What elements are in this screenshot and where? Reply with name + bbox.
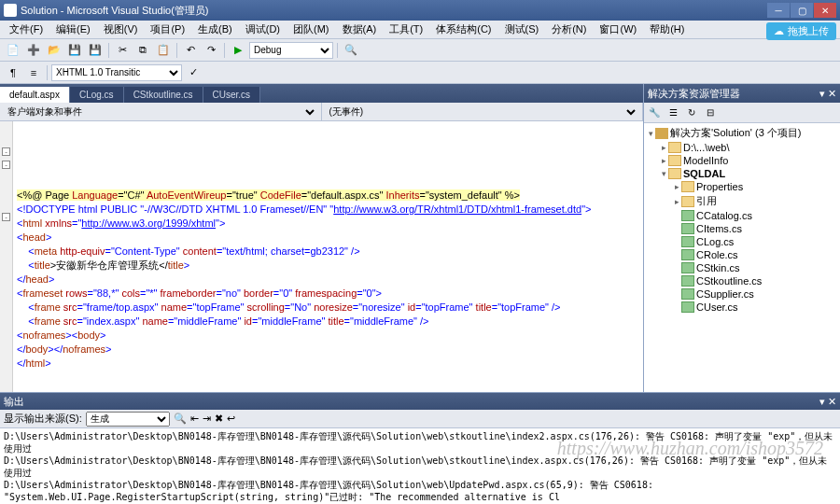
output-menu-icon[interactable]: ▾ ✕ (819, 396, 836, 408)
tree-node[interactable]: CStkoutline.cs (646, 274, 838, 287)
menu-item[interactable]: 团队(M) (287, 21, 335, 38)
solution-explorer-header: 解决方案资源管理器 ▾ ✕ (644, 84, 840, 103)
find-icon[interactable]: 🔍 (342, 41, 360, 60)
menu-item[interactable]: 调试(D) (240, 21, 286, 38)
code-editor[interactable]: - - - <%@ Page Language="C#" AutoEventWi… (0, 121, 643, 392)
new-project-icon[interactable]: 📄 (4, 41, 22, 60)
menu-item[interactable]: 体系结构(C) (430, 21, 497, 38)
tree-node[interactable]: CItems.cs (646, 222, 838, 235)
folder-icon (681, 196, 694, 207)
menu-item[interactable]: 数据(A) (337, 21, 383, 38)
csharp-file-icon (681, 301, 694, 313)
cloud-icon: ☁ (774, 25, 784, 37)
comment-icon[interactable]: ≡ (24, 63, 43, 82)
fold-icon[interactable]: - (2, 213, 10, 221)
tree-label: 引用 (696, 194, 717, 208)
menu-item[interactable]: 窗口(W) (594, 21, 642, 38)
menu-item[interactable]: 测试(S) (499, 21, 545, 38)
prev-icon[interactable]: ⇤ (190, 413, 199, 425)
toolbar-html: ¶ ≡ XHTML 1.0 Transitic ✓ (0, 62, 840, 84)
tree-node[interactable]: ▸Properties (646, 180, 838, 193)
menu-item[interactable]: 工具(T) (384, 21, 428, 38)
menu-item[interactable]: 生成(B) (192, 21, 238, 38)
menu-item[interactable]: 编辑(E) (50, 21, 96, 38)
save-all-icon[interactable]: 💾 (86, 41, 105, 60)
menu-item[interactable]: 分析(N) (546, 21, 592, 38)
tree-node[interactable]: ▸引用 (646, 193, 838, 209)
solution-root[interactable]: ▾ 解决方案'Solution' (3 个项目) (646, 125, 838, 141)
close-button[interactable]: ✕ (814, 3, 836, 18)
config-select[interactable]: Debug (249, 42, 333, 59)
folder-icon (681, 181, 694, 192)
minimize-button[interactable]: ─ (767, 3, 790, 18)
menu-item[interactable]: 文件(F) (4, 21, 49, 38)
csharp-file-icon (681, 236, 694, 247)
toolbar-main: 📄 ➕ 📂 💾 💾 ✂ ⧉ 📋 ↶ ↷ ▶ Debug 🔍 (0, 39, 840, 62)
next-icon[interactable]: ⇥ (203, 413, 211, 425)
output-text[interactable]: D:\Users\Administrator\Desktop\BN0148-库存… (0, 428, 840, 504)
open-icon[interactable]: 📂 (45, 41, 63, 60)
document-tabs: default.aspxCLog.csCStkoutline.csCUser.c… (0, 84, 643, 103)
validate-icon[interactable]: ✓ (184, 63, 203, 82)
upload-button[interactable]: ☁ 拖拽上传 (766, 22, 836, 40)
document-tab[interactable]: CLog.cs (70, 87, 124, 103)
menu-item[interactable]: 项目(P) (145, 21, 190, 38)
csharp-file-icon (681, 275, 694, 287)
csharp-file-icon (681, 262, 694, 273)
save-icon[interactable]: 💾 (65, 41, 84, 60)
tree-node[interactable]: CLog.cs (646, 235, 838, 248)
solution-root-label: 解决方案'Solution' (3 个项目) (670, 126, 802, 140)
tree-label: CCatalog.cs (696, 210, 752, 221)
document-tab[interactable]: default.aspx (0, 87, 70, 103)
csharp-file-icon (681, 223, 694, 234)
menu-item[interactable]: 视图(V) (98, 21, 144, 38)
refresh-icon[interactable]: ↻ (683, 105, 700, 121)
tree-node[interactable]: CUser.cs (646, 301, 838, 314)
document-tab[interactable]: CStkoutline.cs (124, 87, 203, 103)
object-select[interactable]: 客户端对象和事件 (4, 104, 317, 120)
menubar: 文件(F)编辑(E)视图(V)项目(P)生成(B)调试(D)团队(M)数据(A)… (0, 21, 840, 39)
folder-icon (668, 142, 681, 153)
tree-label: D:\...\web\ (683, 142, 730, 153)
tree-node[interactable]: CCatalog.cs (646, 209, 838, 222)
solution-toolbar: 🔧 ☰ ↻ ⊟ (644, 103, 840, 123)
add-item-icon[interactable]: ➕ (24, 41, 43, 60)
document-tab[interactable]: CUser.cs (203, 87, 261, 103)
panel-menu-icon[interactable]: ▾ ✕ (819, 88, 836, 100)
separator (224, 43, 225, 58)
show-all-icon[interactable]: ☰ (665, 105, 681, 121)
separator (47, 65, 48, 80)
properties-icon[interactable]: 🔧 (646, 105, 663, 121)
output-source-select[interactable]: 生成 (86, 412, 170, 427)
copy-icon[interactable]: ⧉ (133, 41, 152, 60)
tree-node[interactable]: ▸D:\...\web\ (646, 141, 838, 154)
undo-icon[interactable]: ↶ (181, 41, 200, 60)
clear-icon[interactable]: ✖ (215, 413, 223, 425)
separator (108, 43, 109, 58)
fold-icon[interactable]: - (2, 147, 10, 156)
separator (337, 43, 338, 58)
doctype-select[interactable]: XHTML 1.0 Transitic (51, 64, 182, 81)
tree-node[interactable]: ▾SQLDAL (646, 167, 838, 180)
tree-node[interactable]: CStkin.cs (646, 261, 838, 274)
tree-node[interactable]: ▸ModelInfo (646, 154, 838, 167)
find-msg-icon[interactable]: 🔍 (174, 413, 187, 425)
solution-tree[interactable]: ▾ 解决方案'Solution' (3 个项目) ▸D:\...\web\▸Mo… (644, 123, 840, 392)
redo-icon[interactable]: ↷ (202, 41, 220, 60)
fold-icon[interactable]: - (2, 161, 10, 169)
tree-node[interactable]: CSupplier.cs (646, 287, 838, 301)
run-icon[interactable]: ▶ (229, 41, 247, 60)
tree-label: CItems.cs (696, 223, 742, 234)
collapse-icon[interactable]: ⊟ (702, 105, 719, 121)
event-select[interactable]: (无事件) (326, 104, 639, 120)
tree-label: CStkin.cs (696, 262, 739, 273)
tree-label: CRole.cs (696, 249, 738, 260)
cut-icon[interactable]: ✂ (113, 41, 132, 60)
upload-label: 拖拽上传 (788, 24, 829, 38)
format-icon[interactable]: ¶ (4, 63, 22, 82)
menu-item[interactable]: 帮助(H) (644, 21, 690, 38)
tree-node[interactable]: CRole.cs (646, 248, 838, 261)
paste-icon[interactable]: 📋 (154, 41, 173, 60)
maximize-button[interactable]: ▢ (791, 3, 813, 18)
wrap-icon[interactable]: ↩ (227, 413, 235, 425)
